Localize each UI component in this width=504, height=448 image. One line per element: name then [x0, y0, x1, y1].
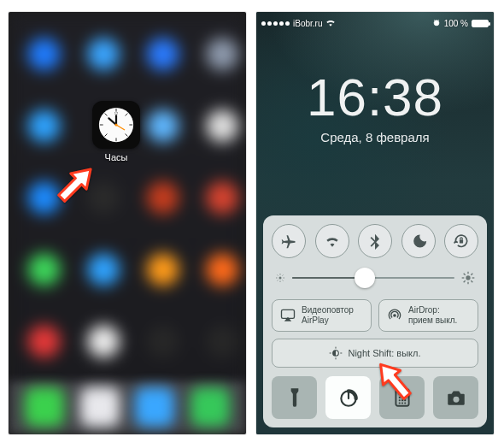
camera-icon [445, 386, 467, 409]
signal-dots-icon [261, 21, 290, 26]
battery-pct-label: 100 % [444, 19, 468, 28]
svg-text:12: 12 [114, 111, 119, 115]
wifi-icon [325, 19, 336, 27]
battery-icon [472, 20, 489, 27]
svg-line-30 [471, 280, 472, 282]
brightness-slider[interactable] [275, 267, 475, 289]
svg-line-32 [471, 274, 472, 275]
svg-point-51 [404, 402, 406, 404]
svg-point-15 [279, 277, 282, 280]
svg-point-34 [393, 314, 396, 317]
svg-point-43 [398, 397, 400, 398]
rotation-lock-toggle[interactable] [444, 224, 478, 258]
toggle-row [272, 224, 478, 258]
svg-point-45 [404, 397, 406, 398]
svg-rect-42 [398, 392, 407, 394]
svg-point-13 [114, 123, 117, 126]
calculator-button[interactable] [379, 376, 425, 419]
bluetooth-icon [366, 233, 384, 250]
brightness-high-icon [461, 271, 475, 285]
wifi-icon [324, 233, 341, 250]
blurred-home-screen [9, 12, 246, 434]
svg-point-46 [398, 399, 400, 401]
wifi-toggle[interactable] [315, 224, 349, 258]
airdrop-icon [386, 307, 403, 324]
flashlight-icon [284, 386, 306, 409]
moon-icon [410, 233, 427, 250]
calculator-icon [391, 386, 413, 409]
svg-line-21 [283, 280, 284, 281]
bluetooth-toggle[interactable] [358, 224, 392, 258]
svg-point-48 [404, 399, 406, 401]
svg-line-22 [278, 280, 278, 281]
airplane-toggle[interactable] [272, 224, 306, 258]
carrier-label: iBobr.ru [293, 19, 322, 28]
svg-line-23 [283, 275, 284, 276]
svg-point-47 [401, 399, 402, 401]
airplay-button[interactable]: Видеоповтор AirPlay [272, 299, 372, 332]
svg-point-49 [398, 402, 400, 404]
timer-button[interactable] [325, 376, 371, 419]
timer-icon [337, 386, 360, 409]
camera-button[interactable] [433, 376, 478, 419]
night-shift-label: Night Shift: выкл. [348, 348, 420, 358]
lock-time: 16:38 [256, 67, 494, 127]
svg-point-44 [401, 397, 402, 398]
dock-icons-blur [9, 386, 246, 427]
airplay-icon [279, 307, 296, 324]
svg-point-50 [401, 402, 402, 404]
airdrop-line2: прием выкл. [408, 315, 457, 326]
svg-line-31 [464, 280, 466, 282]
airdrop-line1: AirDrop: [408, 305, 457, 315]
airplay-line1: Видеоповтор [302, 305, 354, 315]
alarm-icon [432, 19, 441, 27]
svg-point-24 [466, 275, 470, 280]
svg-rect-14 [460, 239, 463, 243]
brightness-low-icon [275, 273, 285, 283]
flashlight-button[interactable] [272, 376, 317, 419]
lock-date: Среда, 8 февраля [256, 130, 494, 144]
airplane-icon [280, 233, 297, 250]
clock-app-icon: 12 [92, 101, 140, 149]
svg-point-52 [453, 397, 459, 403]
night-shift-button[interactable]: Night Shift: выкл. [272, 339, 478, 368]
clock-app-label: Часы [89, 152, 144, 162]
airdrop-button[interactable]: AirDrop: прием выкл. [378, 299, 478, 332]
svg-line-29 [464, 274, 466, 275]
right-screenshot: iBobr.ru 100 % 16:38 Среда, 8 февраля [256, 12, 494, 434]
control-center: Видеоповтор AirPlay AirDrop: прием выкл.… [263, 215, 487, 427]
airplay-line2: AirPlay [302, 315, 354, 326]
clock-app[interactable]: 12 Часы [89, 101, 144, 162]
left-screenshot: 12 Часы [9, 12, 246, 434]
rotation-lock-icon [453, 233, 470, 250]
svg-line-20 [278, 275, 278, 276]
status-bar: iBobr.ru 100 % [256, 16, 494, 30]
dnd-toggle[interactable] [401, 224, 436, 258]
night-shift-icon [329, 346, 343, 360]
slider-thumb[interactable] [355, 268, 375, 288]
